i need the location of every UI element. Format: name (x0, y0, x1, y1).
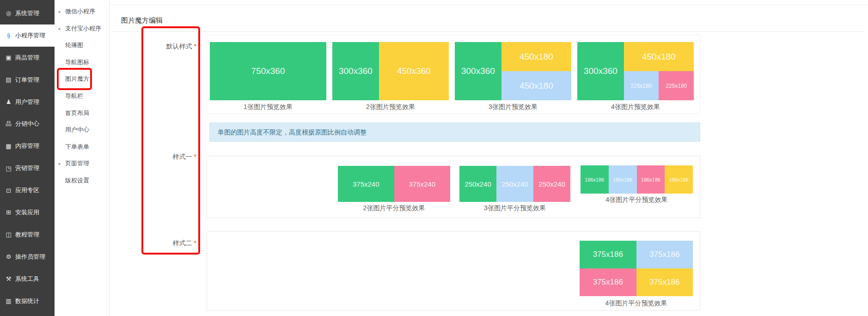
sidebar-item[interactable]: ◫教程管理 (0, 224, 55, 246)
sidebar-item-label: 小程序管理 (15, 31, 45, 40)
preview-block-pink: 250x240 (533, 166, 570, 202)
submenu-item-label: 首页布局 (65, 109, 89, 116)
preview-block-yellow: 450x180 (624, 42, 694, 71)
submenu-item-label: 下单表单 (65, 143, 89, 150)
submenu-item[interactable]: 首页布局 (55, 105, 109, 122)
style-two-preview-panel: 375x186375x186375x186375x1864张图片平分预览效果 (207, 231, 700, 310)
sidebar-item[interactable]: ♟用户管理 (0, 91, 55, 113)
submenu-item-label: 微信小程序 (65, 8, 95, 15)
preview-block-green: 250x240 (459, 166, 496, 202)
goods-bag-icon: ▣ (5, 54, 12, 61)
marketing-icon: ◳ (5, 165, 12, 172)
sidebar-item-label: 操作员管理 (15, 253, 45, 261)
preview-caption: 2张图片平分预览效果 (338, 204, 450, 213)
submenu-item-label: 导航栏 (65, 92, 83, 99)
preview-group[interactable]: 750x3601张图片预览效果 (210, 42, 326, 109)
preview-group[interactable]: 300x360450x180450x1803张图片预览效果 (455, 42, 571, 109)
sidebar-item[interactable]: ⚒系统工具 (0, 268, 55, 290)
preview-group[interactable]: 300x360450x3602张图片预览效果 (332, 42, 449, 109)
preview-block-green: 186x186 (581, 165, 609, 194)
content-doc-icon: ▦ (5, 143, 12, 150)
sidebar-item[interactable]: ▣商品管理 (0, 47, 55, 69)
primary-sidebar: ◎系统管理§小程序管理▣商品管理▤订单管理♟用户管理品分销中心▦内容管理◳营销管… (0, 0, 55, 316)
sidebar-item[interactable]: §小程序管理 (0, 24, 55, 47)
preview-block-green: 300x360 (332, 42, 379, 100)
preview-block-yellow: 450x180 (501, 42, 571, 71)
submenu-item[interactable]: 版权设置 (55, 172, 109, 189)
field-label-text: 默认样式 (166, 43, 192, 50)
preview-subcolumn: 450x180225x180225x180 (624, 42, 694, 100)
preview-canvas: 250x240250x240250x240 (459, 166, 570, 202)
preview-subrow: 225x180225x180 (624, 71, 694, 100)
sidebar-item[interactable]: ▤订单管理 (0, 69, 55, 91)
sidebar-item-label: 分销中心 (15, 120, 39, 128)
sidebar-item-label: 系统工具 (15, 275, 39, 283)
submenu-item-label: 支付宝小程序 (65, 25, 101, 32)
submenu-item[interactable]: 轮播图 (55, 37, 109, 54)
preview-caption: 4张图片预览效果 (577, 103, 694, 111)
preview-block-pink: 225x180 (659, 71, 694, 100)
sidebar-item[interactable]: ⊞安装应用 (0, 201, 55, 224)
preview-block-pink: 375x240 (394, 166, 451, 202)
sidebar-item[interactable]: ⚙操作员管理 (0, 246, 55, 268)
preview-block-green: 300x360 (577, 42, 624, 100)
preview-group[interactable]: 186x186186x186186x186186x1864张图片平分预览效果 (581, 165, 693, 204)
preview-block-blue: 225x180 (624, 71, 659, 100)
field-label-text: 样式一 (173, 153, 192, 160)
preview-block-green: 375x186 (580, 241, 636, 268)
preview-caption: 4张图片平分预览效果 (581, 196, 693, 204)
preview-block-blue: 375x186 (636, 241, 693, 268)
submenu-item[interactable]: ▸支付宝小程序 (55, 20, 109, 37)
preview-caption: 3张图片平分预览效果 (459, 204, 570, 213)
preview-canvas: 375x240375x240 (338, 166, 450, 202)
preview-caption: 2张图片预览效果 (332, 103, 449, 111)
app-zone-icon: ⊡ (5, 187, 12, 194)
submenu-item[interactable]: 图片魔方 (55, 71, 109, 88)
sidebar-item[interactable]: ⊡应用专区 (0, 179, 55, 201)
page-title: 图片魔方编辑 (121, 16, 163, 25)
distribution-sitemap-icon: 品 (5, 120, 12, 128)
sidebar-item-label: 营销管理 (15, 164, 39, 172)
submenu-item[interactable]: 用户中心 (55, 122, 109, 139)
sidebar-item-label: 教程管理 (15, 231, 39, 239)
preview-canvas: 300x360450x360 (332, 42, 449, 100)
preview-caption: 1张图片预览效果 (210, 103, 326, 111)
chevron-right-icon: ▸ (59, 155, 61, 172)
preview-group[interactable]: 250x240250x240250x2403张图片平分预览效果 (459, 166, 570, 213)
sidebar-item-label: 用户管理 (15, 98, 39, 106)
preview-canvas: 300x360450x180225x180225x180 (577, 42, 694, 100)
field-label-text: 样式二 (173, 239, 192, 247)
submenu-item[interactable]: 导航图标 (55, 54, 109, 71)
field-label-default-style: 默认样式* (110, 43, 196, 51)
sidebar-item-label: 内容管理 (15, 142, 39, 150)
submenu-item[interactable]: 下单表单 (55, 139, 109, 156)
sidebar-item[interactable]: ◳营销管理 (0, 157, 55, 179)
preview-subcolumn: 450x180450x180 (501, 42, 571, 100)
preview-group[interactable]: 375x186375x186375x186375x1864张图片平分预览效果 (580, 241, 693, 308)
preview-group[interactable]: 300x360450x180225x180225x1804张图片预览效果 (577, 42, 694, 109)
sidebar-item[interactable]: 品分销中心 (0, 113, 55, 135)
field-label-style-two: 样式二* (110, 239, 196, 248)
submenu-item-label: 版权设置 (65, 177, 89, 184)
sidebar-item-label: 订单管理 (15, 76, 39, 84)
preview-canvas: 375x186375x186375x186375x186 (580, 241, 693, 296)
preview-canvas: 300x360450x180450x180 (455, 42, 571, 100)
content-top-divider (110, 5, 868, 5)
sidebar-item[interactable]: ▥数据统计 (0, 290, 55, 312)
secondary-sidebar: ▸微信小程序▸支付宝小程序轮播图导航图标图片魔方导航栏首页布局用户中心下单表单▸… (55, 0, 110, 316)
preview-group[interactable]: 375x240375x2402张图片平分预览效果 (338, 166, 450, 213)
sidebar-item[interactable]: ◎系统管理 (0, 2, 55, 24)
sidebar-item-label: 商品管理 (15, 54, 39, 62)
app-root: ◎系统管理§小程序管理▣商品管理▤订单管理♟用户管理品分销中心▦内容管理◳营销管… (0, 0, 868, 316)
submenu-item-label: 导航图标 (65, 59, 89, 66)
tutorial-book-icon: ◫ (5, 231, 12, 238)
default-style-preview-panel: 750x3601张图片预览效果300x360450x3602张图片预览效果300… (207, 35, 700, 114)
chevron-right-icon: ▸ (59, 20, 61, 37)
sidebar-item[interactable]: ▦内容管理 (0, 135, 55, 157)
submenu-item[interactable]: 导航栏 (55, 88, 109, 105)
field-label-style-one: 样式一* (110, 153, 196, 161)
sidebar-item-label: 系统管理 (15, 9, 39, 18)
submenu-item[interactable]: ▸微信小程序 (55, 3, 109, 20)
preview-block-blue: 450x180 (501, 71, 571, 100)
submenu-item[interactable]: ▸页面管理 (55, 155, 109, 172)
